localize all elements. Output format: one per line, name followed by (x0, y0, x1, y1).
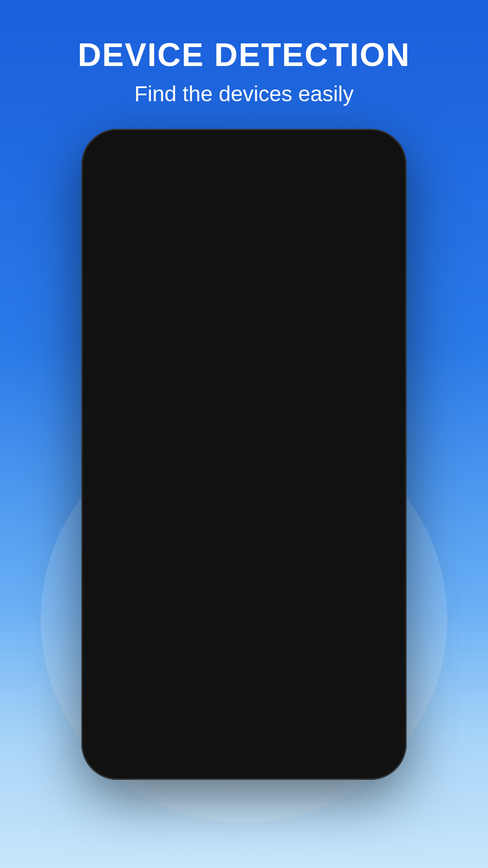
nav-bar: ‹ Find Device (88, 159, 400, 193)
svg-text:+: + (235, 473, 240, 482)
hero-title: DEVICE DETECTION (78, 36, 410, 73)
device-address: 3579 Highway 17, Murrells Inlet, South C… (104, 589, 384, 604)
device-distance: 3km (355, 568, 384, 585)
location-center-button[interactable] (364, 490, 393, 519)
svg-text:Banks St: Banks St (309, 391, 334, 398)
phone-screen: 7:30 📶 ‹ Find Device J S N (88, 135, 400, 774)
back-button[interactable]: ‹ (101, 164, 125, 188)
device-updated: Last updated: Just now (104, 606, 384, 619)
battery-row: ⚡ 20% (104, 623, 384, 637)
device-panel: Samsung Galaxy J6+ 3km 3579 Highway 17, … (88, 555, 400, 646)
start-btn-label: Start Find Device (191, 669, 324, 688)
svg-point-44 (171, 674, 175, 678)
device-name: Samsung Galaxy J6+ (104, 568, 258, 585)
svg-text:S: S (220, 516, 224, 524)
device-row: Samsung Galaxy J6+ 3km (104, 568, 384, 585)
avatar-s[interactable]: S (146, 203, 183, 239)
avatar-row: J S N (88, 193, 400, 248)
inner-dot-s (166, 390, 176, 400)
pin-tail-j (247, 352, 258, 361)
svg-text:Ripley St: Ripley St (309, 312, 334, 319)
map-background: Sanchez St 27th St 26th St 29th St Prosp… (88, 248, 400, 555)
avatar-n[interactable]: N (192, 203, 228, 239)
signal-icon (328, 145, 345, 155)
map-buttons (364, 456, 393, 519)
status-bar: 7:30 📶 (88, 135, 400, 159)
battery-icon (366, 146, 382, 154)
svg-text:26th St: 26th St (178, 321, 198, 328)
start-find-device-button[interactable]: Start Find Device (115, 656, 373, 700)
phone-frame: 7:30 📶 ‹ Find Device J S N (81, 129, 407, 780)
map-layers-button[interactable] (364, 456, 393, 485)
svg-text:Hale St: Hale St (343, 452, 364, 459)
avatar-j[interactable]: J (101, 203, 137, 239)
svg-rect-40 (373, 465, 385, 473)
page-title: Find Device (125, 168, 363, 184)
start-btn-icon (164, 667, 182, 689)
map-svg: Sanchez St 27th St 26th St 29th St Prosp… (88, 248, 400, 555)
battery-percentage: 20% (126, 623, 149, 637)
hero-subtitle: Find the devices easily (134, 81, 354, 106)
wifi-icon: 📶 (349, 144, 361, 156)
svg-text:Luke's Campus: Luke's Campus (232, 488, 282, 495)
status-time: 7:30 (106, 143, 129, 157)
start-btn-container: Start Find Device (88, 646, 400, 717)
map-circle-s (151, 374, 192, 415)
status-icons: 📶 (328, 144, 382, 156)
svg-point-43 (376, 501, 381, 506)
svg-text:27th St: 27th St (155, 350, 175, 358)
map-pin-j: J (237, 320, 268, 361)
pin-circle-j: J (237, 320, 268, 352)
svg-point-6 (327, 512, 354, 535)
battery-green-icon: ⚡ (104, 626, 121, 635)
map-container[interactable]: Sanchez St 27th St 26th St 29th St Prosp… (88, 248, 400, 555)
